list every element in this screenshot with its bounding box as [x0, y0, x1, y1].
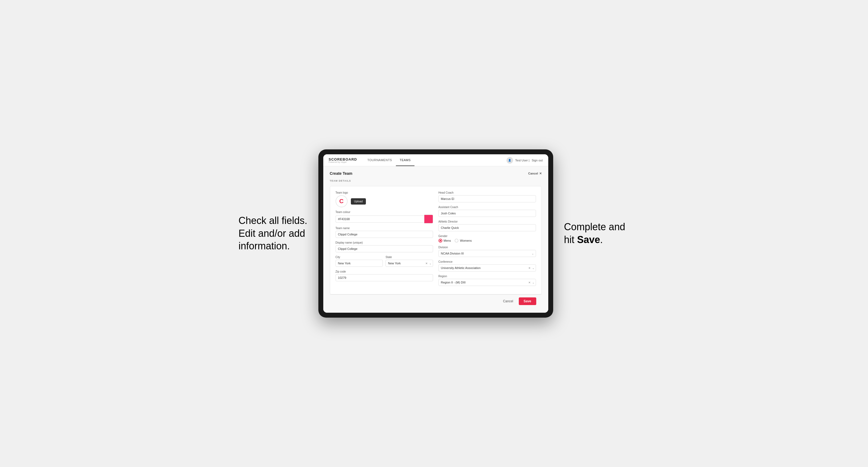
tablet-frame: SCOREBOARD Powered by clippd TOURNAMENTS… — [318, 149, 553, 318]
brand-subtitle: Powered by clippd — [329, 161, 357, 163]
mens-radio-dot — [438, 239, 442, 243]
team-colour-label: Team colour — [336, 211, 433, 214]
cancel-x-button[interactable]: Cancel ✕ — [528, 172, 541, 175]
state-label: State — [385, 256, 433, 259]
state-col: State New York California Texas ✕ — [385, 256, 433, 267]
cancel-button[interactable]: Cancel — [500, 298, 516, 305]
brand-title: SCOREBOARD — [329, 158, 357, 161]
division-select[interactable]: NCAA Division III NCAA Division II NCAA … — [438, 250, 536, 257]
team-colour-input[interactable] — [336, 216, 424, 223]
womens-label: Womens — [460, 239, 471, 242]
instruction-line1: Check all fields. — [238, 215, 307, 226]
region-group: Region Region II - (M) DIII Region I Reg… — [438, 275, 536, 286]
team-logo-label: Team logo — [336, 191, 433, 194]
conference-select[interactable]: University Athletic Association ACC Big … — [438, 264, 536, 272]
left-column: Team logo C Upload Team colo — [336, 191, 433, 289]
nav-tournaments[interactable]: TOURNAMENTS — [364, 154, 396, 166]
sign-out-link[interactable]: Sign out — [532, 159, 542, 162]
team-name-label: Team name — [336, 227, 433, 230]
page-title-row: Create Team Cancel ✕ — [330, 171, 542, 176]
team-colour-group: Team colour — [336, 211, 433, 223]
assistant-coach-label: Assistant Coach — [438, 206, 536, 209]
navbar: SCOREBOARD Powered by clippd TOURNAMENTS… — [323, 154, 548, 166]
gender-group: Gender Mens Womens — [438, 235, 536, 243]
display-name-group: Display name (unique) — [336, 241, 433, 252]
division-label: Division — [438, 246, 536, 249]
city-state-row: City State New York Californi — [336, 256, 433, 267]
mens-label: Mens — [444, 239, 451, 242]
conference-select-wrapper: University Athletic Association ACC Big … — [438, 264, 536, 272]
assistant-coach-input[interactable] — [438, 210, 536, 217]
navbar-right: 👤 Test User | Sign out — [506, 157, 543, 164]
main-content: Create Team Cancel ✕ TEAM DETAILS Team l… — [323, 166, 548, 313]
team-logo-group: Team logo C Upload — [336, 191, 433, 207]
two-col-layout: Team logo C Upload Team colo — [336, 191, 536, 289]
upload-button[interactable]: Upload — [351, 198, 366, 205]
division-group: Division NCAA Division III NCAA Division… — [438, 246, 536, 257]
section-label: TEAM DETAILS — [330, 180, 542, 182]
right-suffix: . — [600, 234, 603, 245]
create-team-title: Create Team — [330, 171, 352, 176]
color-swatch[interactable] — [424, 215, 433, 223]
region-label: Region — [438, 275, 536, 278]
conference-group: Conference University Athletic Associati… — [438, 260, 536, 272]
zip-input[interactable] — [336, 274, 433, 281]
city-col: City — [336, 256, 383, 267]
city-input[interactable] — [336, 260, 383, 267]
instruction-line3: information. — [238, 240, 290, 251]
display-name-label: Display name (unique) — [336, 241, 433, 244]
nav-teams[interactable]: TEAMS — [396, 154, 414, 166]
right-instruction: Complete and hit Save. — [564, 221, 630, 246]
user-avatar: 👤 — [506, 157, 513, 164]
conference-clear-icon[interactable]: ✕ — [528, 267, 530, 270]
city-state-group: City State New York Californi — [336, 256, 433, 267]
form-container: Team logo C Upload Team colo — [330, 186, 542, 294]
head-coach-input[interactable] — [438, 195, 536, 203]
right-bold: Save — [577, 234, 600, 245]
gender-label: Gender — [438, 235, 536, 238]
team-name-group: Team name — [336, 227, 433, 238]
team-logo-section: C Upload — [336, 195, 433, 207]
head-coach-group: Head Coach — [438, 191, 536, 203]
state-select-wrapper: New York California Texas ✕ ⌄ — [385, 260, 433, 267]
gender-radio-group: Mens Womens — [438, 239, 536, 243]
cancel-label: Cancel — [528, 172, 538, 175]
form-footer: Cancel Save — [330, 294, 542, 308]
right-column: Head Coach Assistant Coach Athletic Dire… — [438, 191, 536, 289]
team-logo-circle: C — [336, 195, 348, 207]
left-instruction: Check all fields. Edit and/or add inform… — [238, 214, 307, 253]
brand-logo: SCOREBOARD Powered by clippd — [329, 158, 357, 163]
city-label: City — [336, 256, 383, 259]
tablet-screen: SCOREBOARD Powered by clippd TOURNAMENTS… — [323, 154, 548, 313]
womens-radio-dot — [455, 239, 459, 243]
region-clear-icon[interactable]: ✕ — [528, 281, 530, 284]
zip-label: Zip code — [336, 270, 433, 273]
gender-womens-radio[interactable]: Womens — [455, 239, 471, 243]
athletic-director-group: Athletic Director — [438, 220, 536, 231]
display-name-input[interactable] — [336, 245, 433, 252]
team-name-input[interactable] — [336, 231, 433, 238]
color-input-wrapper — [336, 215, 433, 223]
division-select-wrapper: NCAA Division III NCAA Division II NCAA … — [438, 250, 536, 257]
gender-mens-radio[interactable]: Mens — [438, 239, 451, 243]
head-coach-label: Head Coach — [438, 191, 536, 194]
instruction-line2: Edit and/or add — [238, 228, 305, 239]
athletic-director-input[interactable] — [438, 224, 536, 231]
assistant-coach-group: Assistant Coach — [438, 206, 536, 217]
save-button[interactable]: Save — [519, 298, 536, 305]
zip-code-group: Zip code — [336, 270, 433, 281]
state-clear-icon[interactable]: ✕ — [425, 262, 428, 265]
user-label: Test User | — [515, 159, 529, 162]
conference-label: Conference — [438, 260, 536, 263]
athletic-director-label: Athletic Director — [438, 220, 536, 223]
close-icon: ✕ — [539, 172, 542, 175]
nav-links: TOURNAMENTS TEAMS — [364, 154, 414, 166]
region-select[interactable]: Region II - (M) DIII Region I Region III — [438, 279, 536, 286]
logo-letter: C — [339, 198, 344, 205]
region-select-wrapper: Region II - (M) DIII Region I Region III… — [438, 279, 536, 286]
